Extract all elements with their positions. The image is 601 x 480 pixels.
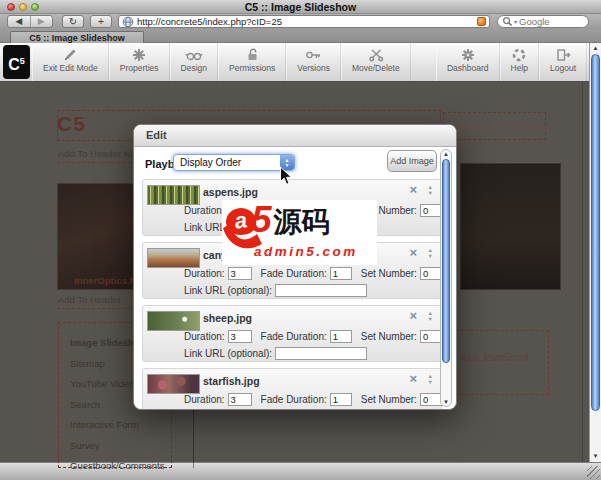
watermark: a 5 源码 admin5.com: [222, 200, 377, 265]
move-delete-button[interactable]: Move/Delete: [341, 43, 411, 81]
sort-down-icon[interactable]: ▼: [428, 316, 433, 322]
fade-duration-input[interactable]: [330, 393, 352, 406]
c5-logo-5: 5: [20, 56, 25, 66]
playback-selected-value: Display Order: [180, 157, 241, 168]
exit-edit-mode-button[interactable]: Exit Edit Mode: [32, 43, 109, 81]
nav-link-contact: Contact: [517, 121, 553, 133]
glasses-icon: [181, 46, 207, 63]
search-field[interactable]: ▾: [497, 15, 589, 28]
duration-input[interactable]: [228, 330, 252, 343]
properties-button[interactable]: Properties: [109, 43, 170, 81]
new-tab-button[interactable]: +: [90, 15, 112, 28]
key-icon: [297, 46, 330, 63]
scissors-icon: [352, 46, 400, 63]
canyon-thumbnail: [147, 248, 200, 268]
duration-label: Duration:: [184, 205, 225, 216]
design-button[interactable]: Design: [170, 43, 218, 81]
edit-dialog: Edit Playback Display Order ▲ ▼ Add Imag…: [133, 124, 457, 410]
browser-navbar: ◀ ▶ ↻ + ▾: [0, 14, 601, 30]
link-url-row: Link URL (optional):: [184, 284, 367, 297]
delete-image-icon[interactable]: ×: [409, 371, 417, 386]
tab-bar: C5 :: Image Slideshow: [0, 30, 601, 43]
link-url-input[interactable]: [275, 347, 367, 360]
permissions-button[interactable]: Permissions: [218, 43, 286, 81]
fade-duration-input[interactable]: [330, 330, 352, 343]
resize-grip[interactable]: [587, 466, 600, 479]
scroll-down-icon[interactable]: ▼: [441, 399, 451, 405]
delete-image-icon[interactable]: ×: [409, 308, 417, 323]
sort-handle[interactable]: ▲ ▼: [428, 184, 433, 196]
sidebar-item-interactive-form: Interactive Form: [70, 415, 170, 436]
dashboard-button[interactable]: Dashboard: [436, 43, 500, 81]
mouse-cursor-icon: [279, 166, 293, 186]
scroll-up-icon[interactable]: ▲: [590, 45, 601, 51]
fade-duration-input[interactable]: [330, 267, 352, 280]
slideshow-row-sheep: sheep.jpg × ▲ ▼ Duration: Fade Duration:…: [142, 305, 442, 362]
window-titlebar[interactable]: C5 :: Image Slideshow: [0, 0, 601, 14]
duration-input[interactable]: [228, 393, 252, 406]
sort-down-icon[interactable]: ▼: [428, 379, 433, 385]
duration-label: Duration:: [184, 394, 225, 405]
watermark-chinese-text: 源码: [274, 200, 330, 244]
globe-icon: [122, 16, 134, 28]
c5-logo-c: C: [8, 56, 20, 73]
slideshow-row-starfish: starfish.jpg × ▲ ▼ Duration: Fade Durati…: [142, 368, 442, 410]
sort-handle[interactable]: ▲ ▼: [428, 373, 433, 385]
filename-label: aspens.jpg: [203, 186, 258, 198]
delete-image-icon[interactable]: ×: [409, 182, 417, 197]
set-number-label: Set Number:: [361, 394, 417, 405]
sidebar-item-survey: Survey: [70, 436, 170, 457]
toolbar-left-group: Exit Edit Mode Properties Design Permiss…: [32, 43, 411, 81]
lock-icon: [229, 46, 275, 63]
help-button[interactable]: Help: [500, 43, 539, 81]
nav-link-examples: Examples: [455, 121, 501, 133]
dialog-titlebar[interactable]: Edit: [134, 125, 456, 147]
browser-scrollbar[interactable]: ▲ ▼: [589, 43, 601, 462]
scroll-down-icon[interactable]: ▼: [590, 453, 601, 459]
sort-handle[interactable]: ▲ ▼: [428, 247, 433, 259]
rss-icon[interactable]: [477, 17, 486, 26]
logout-icon: [550, 46, 576, 63]
sort-handle[interactable]: ▲ ▼: [428, 310, 433, 322]
url-input[interactable]: [137, 16, 477, 27]
back-button[interactable]: ◀: [8, 16, 30, 27]
address-bar[interactable]: [118, 15, 490, 28]
logout-button[interactable]: Logout: [539, 43, 587, 81]
toolbar-right-group: Dashboard Help Logout: [436, 43, 587, 81]
duration-input[interactable]: [228, 267, 252, 280]
search-input[interactable]: [519, 16, 588, 27]
image-settings: Duration: Fade Duration: Set Number:: [184, 393, 446, 406]
set-number-label: Set Number:: [361, 268, 417, 279]
reload-button[interactable]: ↻: [62, 15, 84, 28]
tab-image-slideshow[interactable]: C5 :: Image Slideshow: [10, 31, 144, 43]
watermark-domain: admin5.com: [254, 244, 358, 259]
duration-label: Duration:: [184, 268, 225, 279]
duration-label: Duration:: [184, 331, 225, 342]
link-url-label: Link URL (optional):: [184, 348, 272, 359]
link-url-label: Link URL (optional):: [184, 285, 272, 296]
c5-edit-toolbar: C5 Exit Edit Mode Properties Design: [0, 43, 601, 82]
search-caret-icon: ▾: [514, 18, 517, 25]
scroll-up-icon[interactable]: ▲: [441, 151, 451, 157]
dialog-scrollbar[interactable]: ▲ ▼: [440, 149, 452, 407]
delete-image-icon[interactable]: ×: [409, 245, 417, 260]
sort-down-icon[interactable]: ▼: [428, 253, 433, 259]
versions-button[interactable]: Versions: [286, 43, 341, 81]
fade-duration-label: Fade Duration:: [261, 268, 327, 279]
sort-down-icon[interactable]: ▼: [428, 190, 433, 196]
c5-logo[interactable]: C5: [3, 45, 30, 79]
asterisk-icon: [120, 46, 159, 63]
fade-duration-label: Fade Duration:: [261, 331, 327, 342]
dialog-scrollbar-thumb[interactable]: [442, 159, 450, 363]
browser-window: C5 :: Image Slideshow ◀ ▶ ↻ + ▾: [0, 0, 601, 480]
right-content-snippet: up as a JavaScript: [446, 352, 556, 363]
browser-scrollbar-thumb[interactable]: [591, 54, 600, 411]
forward-button[interactable]: ▶: [30, 16, 53, 27]
search-icon: [502, 16, 513, 27]
fade-duration-label: Fade Duration:: [261, 394, 327, 405]
sheep-thumbnail: [147, 311, 200, 331]
add-image-button[interactable]: Add Image: [387, 150, 437, 172]
link-url-input[interactable]: [275, 284, 367, 297]
playback-select[interactable]: Display Order ▲ ▼: [173, 154, 295, 171]
window-title: C5 :: Image Slideshow: [0, 1, 601, 13]
